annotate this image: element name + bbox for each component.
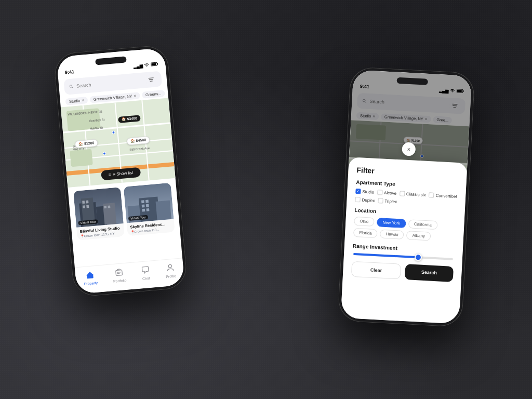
- svg-rect-26: [147, 208, 150, 211]
- cb-alcove[interactable]: Alcove: [377, 190, 396, 196]
- cb-convertibel[interactable]: Convertibel: [429, 192, 457, 199]
- svg-line-6: [149, 79, 153, 80]
- loc-hawaii[interactable]: Hawaii: [380, 229, 404, 239]
- property-icon: [86, 270, 95, 281]
- search-input-left[interactable]: [76, 78, 143, 89]
- card-skyline[interactable]: Virtual Tour Skyline Residenc... 📍Crown …: [124, 183, 175, 236]
- tag-greenwich2-left[interactable]: Greenv...: [141, 90, 165, 99]
- phone-left: 9:41 ▂▄▆: [53, 44, 188, 297]
- svg-rect-13: [86, 201, 88, 204]
- modal-title: Filter: [356, 166, 459, 179]
- svg-rect-12: [82, 201, 85, 204]
- svg-rect-21: [141, 200, 144, 203]
- filter-icon-left: [148, 77, 154, 83]
- cb-classic-box[interactable]: [400, 191, 405, 196]
- filter-modal: Filter Apartment Type ✓ Studio Alcove Cl…: [341, 157, 468, 324]
- svg-rect-14: [83, 205, 85, 208]
- nav-label-chat: Chat: [142, 276, 150, 280]
- nav-label-profile: Profile: [166, 274, 176, 278]
- loc-ohio[interactable]: Ohio: [354, 217, 375, 227]
- cb-triplex[interactable]: Triplex: [378, 198, 397, 204]
- scene: 9:41 ▂▄▆: [32, 18, 500, 381]
- nav-label-property: Property: [84, 281, 98, 285]
- nav-profile[interactable]: Profile: [165, 263, 176, 278]
- svg-marker-28: [86, 271, 94, 275]
- search-button[interactable]: Search: [405, 264, 454, 282]
- cb-classic[interactable]: Classic six: [400, 191, 426, 197]
- cb-studio[interactable]: ✓ Studio: [355, 189, 374, 195]
- clear-button[interactable]: Clear: [351, 261, 401, 280]
- cb-duplex[interactable]: Duplex: [355, 197, 375, 203]
- filter-button-left[interactable]: [145, 74, 157, 85]
- nav-property[interactable]: Property: [83, 270, 98, 285]
- svg-rect-22: [145, 200, 149, 203]
- svg-rect-25: [142, 209, 145, 212]
- cb-duplex-box[interactable]: [355, 197, 361, 203]
- apartment-type-label: Apartment Type: [356, 179, 458, 190]
- location-chips: Ohio New York California Florida Hawaii: [353, 217, 456, 242]
- phone-right: 9:41 ▂▄▆: [337, 66, 475, 327]
- svg-line-30: [117, 272, 121, 272]
- loc-california[interactable]: California: [408, 219, 438, 230]
- loc-newyork[interactable]: New York: [377, 218, 406, 228]
- signal-icon: ▂▄▆: [134, 63, 143, 69]
- loc-albany[interactable]: Albany: [406, 231, 431, 241]
- svg-rect-16: [104, 206, 107, 208]
- svg-rect-1: [157, 63, 158, 64]
- phone-right-screen: 9:41 ▂▄▆: [341, 70, 472, 324]
- nav-chat[interactable]: Chat: [141, 265, 150, 280]
- profile-icon: [166, 263, 175, 273]
- svg-rect-20: [156, 201, 171, 221]
- location-label: Location: [354, 207, 456, 218]
- time-left: 9:41: [65, 69, 75, 75]
- svg-line-5: [149, 78, 154, 78]
- search-icon-left: [69, 84, 73, 89]
- svg-rect-24: [146, 204, 149, 207]
- range-investment-label: Range Investment: [353, 243, 455, 254]
- svg-rect-23: [142, 204, 145, 207]
- svg-rect-2: [151, 63, 156, 65]
- nav-label-portfolio: Portfolio: [113, 278, 127, 283]
- portfolio-icon: [115, 268, 124, 278]
- status-icons-left: ▂▄▆: [133, 62, 158, 69]
- svg-rect-29: [116, 270, 123, 275]
- battery-icon: [151, 62, 158, 68]
- loc-florida[interactable]: Florida: [353, 228, 378, 238]
- cb-triplex-box[interactable]: [378, 198, 383, 204]
- svg-rect-17: [108, 206, 110, 208]
- range-section: Range Investment: [352, 243, 455, 260]
- checkboxes-row: ✓ Studio Alcove Classic six Convertibel: [355, 189, 457, 207]
- cards-row-left: Virtual Tour Blissful Living Studio 📍Cro…: [68, 178, 180, 245]
- map-area-left: WILLINGDON HEIGHTS Grantley St Halifax S…: [61, 98, 176, 188]
- cb-convertibel-box[interactable]: [429, 192, 434, 198]
- tag-studio-left[interactable]: Studio ×: [65, 97, 88, 105]
- svg-point-32: [168, 264, 172, 268]
- wifi-icon: [144, 62, 150, 68]
- show-list-icon: ≡: [108, 172, 111, 177]
- phone-left-screen: 9:41 ▂▄▆: [56, 48, 184, 294]
- range-track[interactable]: [353, 253, 453, 260]
- modal-buttons: Clear Search: [351, 261, 454, 282]
- bottom-nav-left: Property Portfolio Chat: [75, 258, 185, 294]
- chat-icon: [141, 265, 150, 275]
- cb-alcove-box[interactable]: [377, 190, 383, 195]
- range-thumb[interactable]: [414, 254, 422, 261]
- card-blissful[interactable]: Virtual Tour Blissful Living Studio 📍Cro…: [73, 187, 125, 241]
- cb-studio-box[interactable]: ✓: [355, 189, 361, 194]
- svg-rect-15: [86, 205, 89, 208]
- range-fill: [353, 253, 418, 259]
- nav-portfolio[interactable]: Portfolio: [112, 267, 127, 283]
- svg-line-4: [72, 87, 73, 88]
